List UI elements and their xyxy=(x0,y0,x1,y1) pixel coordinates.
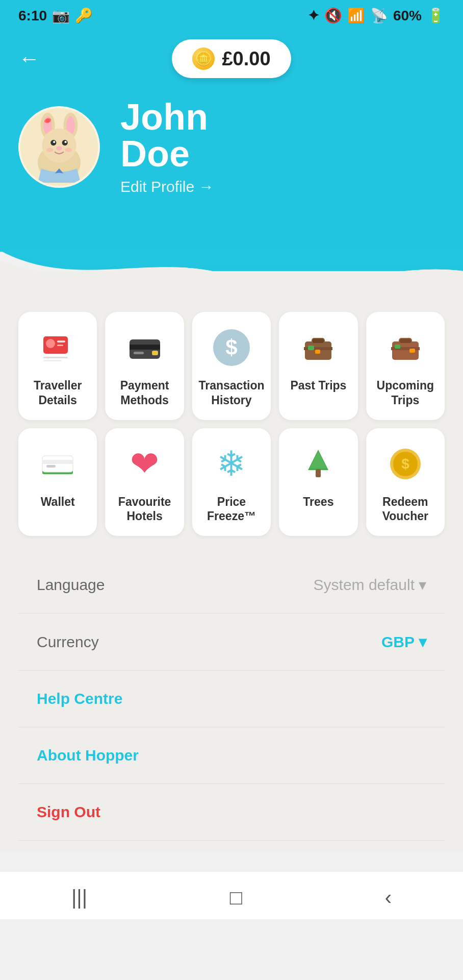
key-icon: 🔑 xyxy=(75,7,93,24)
svg-rect-31 xyxy=(308,346,314,350)
status-right: ✦ 🔇 📶 📡 60% 🔋 xyxy=(307,7,445,24)
svg-point-8 xyxy=(42,129,76,163)
transaction-history-icon: $ xyxy=(211,327,252,368)
past-trips-icon xyxy=(298,327,339,368)
content-section: Traveller Details Payment Methods $ Tr xyxy=(0,291,463,851)
svg-rect-22 xyxy=(43,357,68,358)
svg-rect-29 xyxy=(312,338,324,344)
upcoming-trips-icon xyxy=(385,327,426,368)
chevron-down-icon: ▾ xyxy=(419,576,426,594)
svg-rect-36 xyxy=(395,345,400,349)
svg-rect-46 xyxy=(316,469,321,477)
language-value: System default ▾ xyxy=(314,576,426,594)
battery-text: 60% xyxy=(393,8,422,24)
edit-profile-button[interactable]: Edit Profile → xyxy=(120,178,214,195)
wave-divider xyxy=(0,251,463,291)
menu-item-price-freeze[interactable]: ❄ Price Freeze™ xyxy=(192,428,271,536)
payment-methods-label: Payment Methods xyxy=(110,378,178,408)
menu-item-wallet[interactable]: Wallet xyxy=(18,428,97,536)
svg-point-6 xyxy=(45,118,49,122)
price-freeze-icon: ❄ xyxy=(211,444,252,484)
svg-point-14 xyxy=(46,148,54,152)
svg-rect-37 xyxy=(409,349,415,353)
currency-row[interactable]: Currency GBP ▾ xyxy=(18,614,445,671)
svg-point-12 xyxy=(65,141,67,143)
svg-text:$: $ xyxy=(401,456,409,472)
svg-point-11 xyxy=(53,141,55,143)
past-trips-label: Past Trips xyxy=(290,378,346,393)
svg-point-13 xyxy=(56,146,62,151)
sign-out-link[interactable]: Sign Out xyxy=(37,803,100,820)
trees-icon xyxy=(298,444,339,484)
svg-rect-34 xyxy=(399,338,411,344)
battery-icon: 🔋 xyxy=(427,7,445,24)
hero-section: ← 🪙 £0.00 xyxy=(0,29,463,252)
balance-pill[interactable]: 🪙 £0.00 xyxy=(172,39,291,78)
svg-rect-23 xyxy=(43,360,62,361)
trees-label: Trees xyxy=(303,495,333,509)
transaction-circle: $ xyxy=(213,329,250,366)
svg-rect-27 xyxy=(152,351,158,355)
sign-out-row[interactable]: Sign Out xyxy=(18,784,445,841)
language-label: Language xyxy=(37,576,105,594)
language-row[interactable]: Language System default ▾ xyxy=(18,556,445,614)
menu-grid: Traveller Details Payment Methods $ Tr xyxy=(18,302,445,546)
mute-icon: 🔇 xyxy=(324,7,342,24)
svg-rect-21 xyxy=(57,345,63,346)
menu-item-traveller-details[interactable]: Traveller Details xyxy=(18,312,97,420)
bluetooth-icon: ✦ xyxy=(307,7,319,24)
svg-marker-47 xyxy=(310,452,326,468)
profile-section: John Doe Edit Profile → xyxy=(18,93,445,201)
status-bar: 6:10 📷 🔑 ✦ 🔇 📶 📡 60% 🔋 xyxy=(0,0,463,29)
currency-value: GBP ▾ xyxy=(381,633,426,651)
help-centre-row[interactable]: Help Centre xyxy=(18,671,445,727)
traveller-details-label: Traveller Details xyxy=(23,378,92,408)
avatar xyxy=(18,106,100,188)
svg-rect-43 xyxy=(42,460,73,464)
menu-item-favourite-hotels[interactable]: ❤ Favourite Hotels xyxy=(105,428,184,536)
status-time: 6:10 xyxy=(18,8,47,24)
upcoming-trips-label: Upcoming Trips xyxy=(371,378,440,408)
menu-item-upcoming-trips[interactable]: Upcoming Trips xyxy=(366,312,445,420)
svg-rect-26 xyxy=(134,352,144,354)
bottom-nav: ||| □ ‹ xyxy=(0,871,463,919)
nav-menu-icon[interactable]: ||| xyxy=(71,886,87,909)
user-name: John Doe xyxy=(120,99,214,172)
status-left: 6:10 📷 🔑 xyxy=(18,7,93,24)
chevron-down-icon: ▾ xyxy=(419,633,426,651)
wifi-icon: 📶 xyxy=(347,7,365,24)
svg-rect-20 xyxy=(57,340,65,342)
svg-rect-25 xyxy=(130,345,160,350)
svg-point-15 xyxy=(65,148,72,152)
coin-icon: 🪙 xyxy=(192,47,215,70)
help-centre-link[interactable]: Help Centre xyxy=(37,690,122,707)
svg-point-19 xyxy=(46,339,55,348)
heart-icon: ❤ xyxy=(130,444,159,484)
balance-amount: £0.00 xyxy=(222,48,270,70)
payment-methods-icon xyxy=(124,327,165,368)
favourite-hotels-label: Favourite Hotels xyxy=(110,495,178,524)
menu-item-transaction-history[interactable]: $ Transaction History xyxy=(192,312,271,420)
snowflake-icon: ❄ xyxy=(217,444,246,484)
nav-home-icon[interactable]: □ xyxy=(230,886,242,909)
menu-item-trees[interactable]: Trees xyxy=(279,428,357,536)
settings-section: Language System default ▾ Currency GBP ▾… xyxy=(18,546,445,851)
signal-icon: 📡 xyxy=(370,7,388,24)
about-hopper-row[interactable]: About Hopper xyxy=(18,727,445,784)
favourite-hotels-icon: ❤ xyxy=(124,444,165,484)
redeem-voucher-icon: $ xyxy=(385,444,426,484)
back-button[interactable]: ← xyxy=(18,46,40,71)
profile-info: John Doe Edit Profile → xyxy=(120,99,214,195)
camera-icon: 📷 xyxy=(52,7,70,24)
svg-rect-32 xyxy=(315,350,320,354)
menu-item-payment-methods[interactable]: Payment Methods xyxy=(105,312,184,420)
nav-back-icon[interactable]: ‹ xyxy=(385,886,392,909)
wallet-label: Wallet xyxy=(41,495,75,509)
about-hopper-link[interactable]: About Hopper xyxy=(37,747,139,764)
transaction-history-label: Transaction History xyxy=(197,378,266,408)
menu-item-redeem-voucher[interactable]: $ Redeem Voucher xyxy=(366,428,445,536)
redeem-voucher-label: Redeem Voucher xyxy=(371,495,440,524)
menu-item-past-trips[interactable]: Past Trips xyxy=(279,312,357,420)
top-bar: ← 🪙 £0.00 xyxy=(18,29,445,93)
currency-label: Currency xyxy=(37,633,99,651)
